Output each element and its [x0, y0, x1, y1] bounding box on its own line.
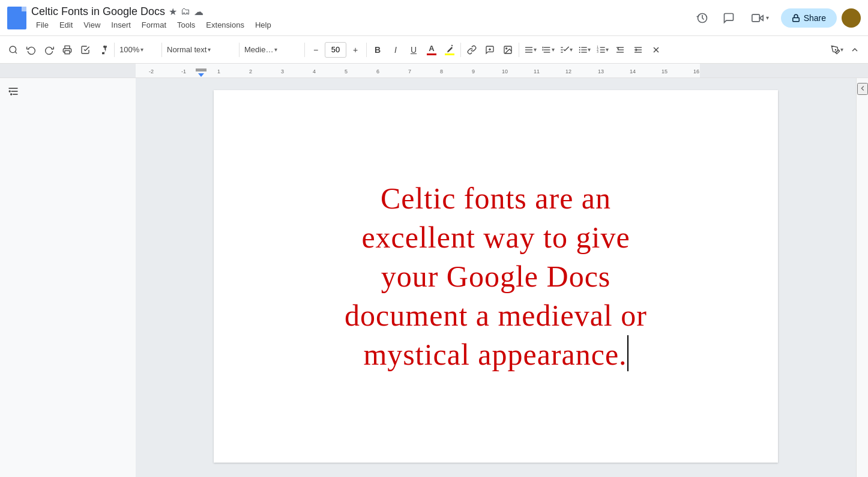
image-button[interactable]	[499, 41, 516, 58]
svg-point-22	[579, 49, 580, 50]
text-cursor	[627, 335, 628, 371]
paint-format-button[interactable]	[95, 41, 112, 58]
font-size-increment[interactable]: +	[347, 41, 364, 58]
increase-indent-button[interactable]	[630, 41, 646, 58]
share-button[interactable]: Share	[781, 8, 837, 28]
doc-title-row: Celtic Fonts in Google Docs ★ 🗂 ☁	[31, 5, 687, 18]
svg-rect-6	[65, 50, 70, 53]
search-button[interactable]	[5, 41, 22, 58]
svg-text:-1: -1	[181, 68, 186, 74]
link-button[interactable]	[463, 41, 480, 58]
font-select[interactable]: Medie… ▾	[242, 41, 302, 58]
svg-rect-2	[752, 14, 759, 22]
pen-mode-button[interactable]: ▾	[828, 41, 845, 58]
italic-button[interactable]: I	[387, 41, 404, 58]
svg-text:10: 10	[502, 68, 508, 74]
font-value: Medie…	[244, 45, 273, 54]
style-select[interactable]: Normal text ▾	[164, 41, 237, 58]
svg-rect-43	[700, 64, 868, 78]
undo-button[interactable]	[23, 41, 40, 58]
divider-3	[239, 43, 240, 57]
avatar[interactable]	[842, 8, 861, 28]
menu-edit[interactable]: Edit	[55, 19, 77, 31]
menu-file[interactable]: File	[31, 19, 53, 31]
svg-text:3: 3	[597, 50, 598, 53]
checklist-button[interactable]: ▾	[558, 41, 574, 58]
spellcheck-button[interactable]	[77, 41, 94, 58]
menu-format[interactable]: Format	[137, 19, 171, 31]
svg-text:7: 7	[408, 68, 411, 74]
star-icon[interactable]: ★	[169, 6, 177, 17]
doc-icon	[7, 7, 26, 29]
divider-7	[519, 43, 519, 57]
ruler-svg: -2 -1 1 2 3 4 5 6 7 8 9 10 11 12 13 14 1…	[0, 64, 868, 78]
history-button[interactable]	[692, 7, 713, 29]
style-arrow: ▾	[208, 46, 211, 53]
svg-line-5	[15, 52, 17, 53]
svg-text:16: 16	[693, 68, 699, 74]
underline-button[interactable]: U	[405, 41, 422, 58]
svg-rect-63	[196, 68, 206, 71]
left-sidebar	[0, 78, 136, 477]
doc-content[interactable]: Celtic fonts are an excellent way to giv…	[262, 179, 730, 374]
svg-text:14: 14	[630, 68, 636, 74]
svg-text:1: 1	[217, 68, 220, 74]
doc-canvas-area[interactable]: Celtic fonts are an excellent way to giv…	[136, 78, 856, 477]
divider-4	[304, 43, 305, 57]
outline-toggle[interactable]	[7, 85, 19, 100]
menu-tools[interactable]: Tools	[172, 19, 200, 31]
redo-button[interactable]	[41, 41, 58, 58]
cloud-icon[interactable]: ☁	[194, 6, 203, 17]
clear-format-button[interactable]	[648, 41, 665, 58]
main-area: Celtic fonts are an excellent way to giv…	[0, 78, 868, 477]
bullet-list-button[interactable]: ▾	[576, 41, 592, 58]
divider-6	[460, 43, 461, 57]
numbered-list-button[interactable]: 1 2 3 ▾	[594, 41, 610, 58]
decrease-indent-button[interactable]	[612, 41, 628, 58]
svg-point-24	[579, 52, 580, 53]
menu-help[interactable]: Help	[250, 19, 276, 31]
line-spacing-button[interactable]: ▾	[540, 41, 556, 58]
menu-bar: File Edit View Insert Format Tools Exten…	[31, 19, 687, 31]
svg-text:15: 15	[662, 68, 668, 74]
toolbar: 100% ▾ Normal text ▾ Medie… ▾ − + B I U …	[0, 36, 868, 64]
share-label: Share	[804, 13, 826, 23]
text-color-bar	[427, 53, 436, 55]
print-button[interactable]	[59, 41, 76, 58]
highlight-indicator	[445, 44, 454, 55]
divider-2	[161, 43, 162, 57]
svg-text:13: 13	[598, 68, 604, 74]
ruler: -2 -1 1 2 3 4 5 6 7 8 9 10 11 12 13 14 1…	[0, 64, 868, 78]
svg-point-10	[506, 47, 507, 49]
zoom-select[interactable]: 100% ▾	[117, 41, 159, 58]
font-size-input[interactable]	[325, 42, 346, 58]
svg-text:8: 8	[440, 68, 443, 74]
drive-icon[interactable]: 🗂	[181, 6, 190, 17]
right-sidebar	[856, 78, 868, 477]
collapse-toolbar-button[interactable]	[846, 41, 863, 58]
line2: excellent way to give	[361, 220, 630, 254]
svg-point-67	[9, 91, 10, 92]
collapse-right-button[interactable]	[857, 83, 868, 95]
bold-button[interactable]: B	[369, 41, 386, 58]
line1: Celtic fonts are an	[381, 181, 611, 215]
doc-page[interactable]: Celtic fonts are an excellent way to giv…	[214, 90, 778, 463]
svg-text:-2: -2	[149, 68, 154, 74]
font-size-decrement[interactable]: −	[307, 41, 324, 58]
title-bar: Celtic Fonts in Google Docs ★ 🗂 ☁ File E…	[0, 0, 868, 36]
add-comment-button[interactable]	[481, 41, 498, 58]
svg-text:9: 9	[472, 68, 475, 74]
align-button[interactable]: ▾	[522, 41, 538, 58]
svg-text:3: 3	[281, 68, 284, 74]
svg-marker-1	[759, 15, 763, 20]
svg-text:6: 6	[376, 68, 379, 74]
comments-button[interactable]	[718, 7, 740, 29]
title-actions: ▾ Share	[692, 7, 861, 29]
menu-extensions[interactable]: Extensions	[201, 19, 249, 31]
menu-view[interactable]: View	[79, 19, 105, 31]
menu-insert[interactable]: Insert	[106, 19, 136, 31]
text-color-button[interactable]: A	[423, 41, 440, 58]
zoom-value: 100%	[119, 45, 139, 54]
highlight-button[interactable]	[441, 41, 458, 58]
meeting-button[interactable]: ▾	[744, 7, 776, 29]
